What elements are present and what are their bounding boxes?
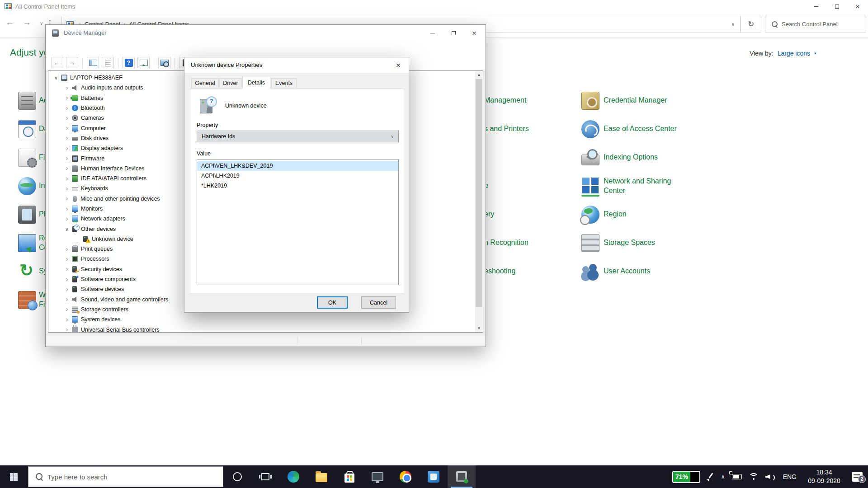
dialog-close-button[interactable]	[388, 57, 409, 73]
language-indicator[interactable]: ENG	[783, 473, 797, 480]
control-panel-item[interactable]: Management	[484, 86, 529, 115]
tree-expander-icon[interactable]	[63, 286, 71, 293]
tree-expander-icon[interactable]	[63, 84, 71, 91]
taskbar-search-input[interactable]	[47, 473, 223, 481]
tree-expander-icon[interactable]	[63, 195, 71, 202]
control-panel-item[interactable]: Region	[581, 200, 731, 229]
toolbar-scan-button[interactable]	[158, 57, 170, 68]
search-input[interactable]	[782, 21, 866, 28]
tab-general[interactable]: General	[191, 78, 219, 88]
property-dropdown[interactable]: Hardware Ids ∨	[197, 131, 399, 142]
tree-expander-icon[interactable]	[63, 175, 71, 182]
control-panel-item[interactable]: Storage Spaces	[581, 229, 731, 257]
control-panel-item[interactable]: Fil	[18, 143, 48, 172]
pen-icon[interactable]	[707, 473, 714, 481]
view-by-dropdown[interactable]: Large icons	[778, 50, 810, 57]
wifi-icon[interactable]	[749, 473, 759, 480]
tree-expander-icon[interactable]	[52, 75, 60, 81]
tree-expander-icon[interactable]	[63, 135, 71, 141]
taskbar-app-button[interactable]	[307, 465, 335, 488]
tree-expander-icon[interactable]	[63, 206, 71, 212]
tree-scrollbar[interactable]: ▲ ▼	[475, 71, 483, 332]
tree-expander-icon[interactable]	[63, 155, 71, 162]
scrollbar-thumb[interactable]	[476, 79, 482, 307]
tree-expander-icon[interactable]	[63, 185, 71, 192]
close-button[interactable]	[847, 0, 868, 13]
taskbar-app-button[interactable]	[251, 465, 279, 488]
taskbar-app-button[interactable]	[363, 465, 392, 488]
tree-expander-icon[interactable]	[63, 256, 71, 263]
tab-details[interactable]: Details	[242, 76, 270, 89]
tree-expander-icon[interactable]	[63, 115, 71, 122]
refresh-button[interactable]: ↻	[741, 16, 761, 33]
dropdown-chevron-icon[interactable]: ∨	[391, 134, 394, 139]
scroll-down-icon[interactable]: ▼	[475, 324, 483, 332]
clock[interactable]: 18:34 09-09-2020	[803, 468, 845, 485]
address-dropdown-icon[interactable]: ∨	[731, 22, 735, 27]
value-list-item[interactable]: *LHK2019	[197, 181, 398, 191]
control-panel-item[interactable]: ery	[484, 200, 529, 229]
toolbar-show-window-button[interactable]	[87, 57, 99, 68]
control-panel-item[interactable]: Int	[18, 172, 48, 200]
control-panel-item[interactable]: Re Co	[18, 229, 48, 257]
toolbar-help-button[interactable]	[123, 57, 135, 68]
scroll-up-icon[interactable]: ▲	[475, 71, 483, 79]
toolbar-forward-button[interactable]	[66, 57, 78, 68]
control-panel-item[interactable]: Network and Sharing Center	[581, 172, 731, 200]
cancel-button[interactable]: Cancel	[361, 296, 396, 309]
value-list-item[interactable]: ACPI\VEN_LHK&DEV_2019	[197, 161, 398, 171]
control-panel-item[interactable]: s and Printers	[484, 115, 529, 143]
view-by-caret-icon[interactable]: ▾	[814, 51, 816, 56]
control-panel-item[interactable]: Indexing Options	[581, 143, 731, 172]
tree-expander-icon[interactable]	[63, 326, 71, 333]
tray-expand-icon[interactable]: ∧	[721, 474, 725, 480]
tree-expander-icon[interactable]	[63, 296, 71, 303]
taskbar-app-button[interactable]	[279, 465, 307, 488]
minimize-button[interactable]	[806, 0, 826, 13]
battery-widget[interactable]: 71%	[672, 471, 700, 483]
tree-expander-icon[interactable]	[63, 316, 71, 323]
tree-expander-icon[interactable]	[63, 306, 71, 313]
taskbar-app-button[interactable]	[420, 465, 448, 488]
control-panel-item[interactable]: Ph	[18, 200, 48, 229]
control-panel-item[interactable]: W Fir	[18, 286, 48, 314]
forward-button[interactable]: →	[23, 18, 31, 28]
control-panel-item[interactable]: n Recognition	[484, 229, 529, 257]
tree-expander-icon[interactable]	[63, 125, 71, 131]
battery-icon[interactable]	[732, 474, 742, 479]
notifications-icon[interactable]: 2	[852, 472, 863, 482]
control-panel-item[interactable]	[484, 143, 529, 172]
tree-expander-icon[interactable]	[63, 226, 71, 232]
tree-expander-icon[interactable]	[63, 94, 71, 101]
ok-button[interactable]: OK	[317, 296, 348, 309]
maximize-button[interactable]	[826, 0, 847, 13]
control-panel-item[interactable]: Da	[18, 115, 48, 143]
control-panel-item[interactable]: Ac	[18, 86, 48, 115]
taskbar-app-button[interactable]	[392, 465, 420, 488]
start-button[interactable]	[0, 465, 27, 488]
tree-expander-icon[interactable]	[63, 216, 71, 222]
control-panel-item[interactable]: Sy	[18, 257, 48, 286]
toolbar-action-button[interactable]	[137, 57, 150, 68]
tree-row[interactable]: Universal Serial Bus controllers	[48, 324, 483, 333]
tree-expander-icon[interactable]	[63, 276, 71, 283]
back-button[interactable]: ←	[5, 18, 14, 28]
control-panel-item[interactable]: e	[484, 172, 529, 200]
control-panel-item[interactable]: User Accounts	[581, 257, 731, 286]
taskbar-app-button[interactable]	[335, 465, 363, 488]
toolbar-properties-button[interactable]	[102, 57, 114, 68]
value-list-item[interactable]: ACPI\LHK2019	[197, 171, 398, 181]
control-panel-item[interactable]: eshooting	[484, 257, 529, 286]
close-button[interactable]	[464, 25, 485, 41]
tab-events[interactable]: Events	[271, 78, 297, 88]
tree-expander-icon[interactable]	[63, 246, 71, 253]
history-chevron-icon[interactable]: ∨	[40, 21, 43, 26]
taskbar-app-button[interactable]	[223, 465, 251, 488]
tree-expander-icon[interactable]	[63, 165, 71, 172]
tree-expander-icon[interactable]	[63, 266, 71, 272]
control-panel-item[interactable]: Credential Manager	[581, 86, 731, 115]
tree-expander-icon[interactable]	[63, 145, 71, 152]
taskbar-app-button[interactable]	[448, 465, 476, 488]
toolbar-back-button[interactable]	[51, 57, 63, 68]
tree-expander-icon[interactable]	[63, 105, 71, 112]
